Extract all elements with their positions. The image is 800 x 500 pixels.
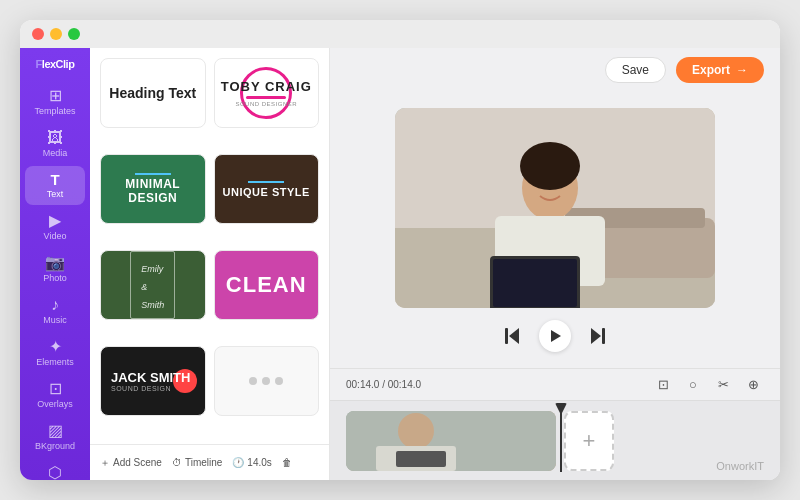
skip-forward-button[interactable] [589, 328, 605, 344]
sidebar-label-text: Text [47, 189, 64, 199]
add-icon: + [583, 428, 596, 454]
text-card-dots[interactable] [214, 346, 320, 416]
emily-border-decoration: Emily&Smith [130, 251, 175, 319]
titlebar [20, 20, 780, 48]
duration-display: 🕐 14.0s [232, 457, 271, 468]
sidebar-label-photo: Photo [43, 273, 67, 283]
sidebar-label-music: Music [43, 315, 67, 325]
text-icon: T [50, 172, 59, 187]
text-card-unique[interactable]: UNIQUE STYLE [214, 154, 320, 224]
templates-icon: ⊞ [49, 88, 62, 104]
music-icon: ♪ [51, 297, 59, 313]
sidebar-item-elements[interactable]: ✦ Elements [25, 333, 85, 373]
elements-icon: ✦ [49, 339, 62, 355]
maximize-dot[interactable] [68, 28, 80, 40]
save-button[interactable]: Save [605, 57, 666, 83]
timeline-button[interactable]: ⏱ Timeline [172, 457, 222, 468]
play-button[interactable] [539, 320, 571, 352]
toby-name: TOBY CRAIG [221, 79, 312, 94]
svg-rect-9 [493, 259, 577, 307]
cut-button[interactable]: ✂ [712, 374, 734, 396]
delete-button[interactable]: 🗑 [282, 457, 292, 468]
timeline: + OnworkIT [330, 400, 780, 480]
text-card-toby[interactable]: TOBY CRAIG SOUND DESIGNER [214, 58, 320, 128]
svg-point-7 [520, 142, 580, 190]
add-scene-button[interactable]: ＋ Add Scene [100, 456, 162, 470]
bottom-toolbar: 00:14.0 / 00:14.0 ⊡ ○ ✂ ⊕ [330, 368, 780, 400]
export-button[interactable]: Export → [676, 57, 764, 83]
text-card-jack[interactable]: JACK SMITH SOUND DESIGN [100, 346, 206, 416]
clean-label: CLEAN [226, 272, 307, 298]
sidebar-label-video: Video [44, 231, 67, 241]
fit-button[interactable]: ⊡ [652, 374, 674, 396]
sidebar-label-templates: Templates [34, 106, 75, 116]
app-window: FlexClip ⊞ Templates 🖼 Media T Text ▶ Vi… [20, 20, 780, 480]
video-thumbnail [395, 108, 715, 308]
video-area [330, 92, 780, 368]
watermark-text: OnworkIT [716, 460, 764, 472]
media-icon: 🖼 [47, 130, 63, 146]
sidebar-item-video[interactable]: ▶ Video [25, 207, 85, 247]
sidebar-item-templates[interactable]: ⊞ Templates [25, 82, 85, 122]
add-scene-label: Add Scene [113, 457, 162, 468]
timeline-playhead [560, 409, 562, 472]
timeline-clip-thumbnail [346, 411, 556, 471]
text-card-minimal[interactable]: MINIMALDESIGN [100, 154, 206, 224]
video-svg [395, 108, 715, 308]
text-card-heading[interactable]: Heading Text [100, 58, 206, 128]
timeline-clip[interactable] [346, 411, 556, 471]
heading-text-label: Heading Text [105, 81, 200, 106]
topbar: Save Export → [330, 48, 780, 92]
svg-rect-14 [602, 328, 605, 344]
toby-line-decoration [246, 96, 286, 99]
minimize-dot[interactable] [50, 28, 62, 40]
svg-marker-15 [591, 328, 601, 344]
timeline-thumbnail-svg [346, 411, 556, 471]
sidebar-label-elements: Elements [36, 357, 74, 367]
watermark-icon: ⬡ [48, 465, 62, 480]
main-area: Save Export → [330, 48, 780, 480]
bkground-icon: ▨ [48, 423, 63, 439]
time-display: 00:14.0 / 00:14.0 [346, 379, 421, 390]
clock-icon: 🕐 [232, 457, 244, 468]
text-card-clean[interactable]: CLEAN [214, 250, 320, 320]
sidebar-item-music[interactable]: ♪ Music [25, 291, 85, 331]
sidebar-item-watermark[interactable]: ⬡ Watermark [25, 459, 85, 480]
zoom-out-button[interactable]: ○ [682, 374, 704, 396]
sidebar-label-media: Media [43, 148, 68, 158]
dot-2 [262, 377, 270, 385]
svg-point-17 [398, 413, 434, 449]
skip-back-button[interactable] [505, 328, 521, 344]
sidebar: FlexClip ⊞ Templates 🖼 Media T Text ▶ Vi… [20, 48, 90, 480]
sidebar-item-photo[interactable]: 📷 Photo [25, 249, 85, 289]
dot-1 [249, 377, 257, 385]
toolbar-right-actions: ⊡ ○ ✂ ⊕ [652, 374, 764, 396]
close-dot[interactable] [32, 28, 44, 40]
minimal-text-label: MINIMALDESIGN [125, 178, 180, 206]
sidebar-item-media[interactable]: 🖼 Media [25, 124, 85, 164]
add-clip-timeline-button[interactable]: + [564, 411, 614, 471]
add-clip-button[interactable]: ⊕ [742, 374, 764, 396]
panel-bottom-bar: ＋ Add Scene ⏱ Timeline 🕐 14.0s 🗑 [90, 444, 329, 480]
svg-marker-13 [551, 330, 561, 342]
text-cards-grid: Heading Text TOBY CRAIG SOUND DESIGNER M… [90, 48, 329, 444]
logo-f: F [36, 58, 42, 70]
app-logo: FlexClip [36, 58, 75, 70]
timeline-label: Timeline [185, 457, 222, 468]
video-controls [505, 320, 605, 352]
video-preview [395, 108, 715, 308]
sidebar-item-text[interactable]: T Text [25, 166, 85, 205]
text-card-emily[interactable]: Emily&Smith [100, 250, 206, 320]
sidebar-label-bkground: BKground [35, 441, 75, 451]
export-arrow-icon: → [736, 63, 748, 77]
time-label: 00:14.0 / 00:14.0 [346, 379, 421, 390]
photo-icon: 📷 [45, 255, 65, 271]
add-scene-icon: ＋ [100, 456, 110, 470]
sidebar-item-bkground[interactable]: ▨ BKground [25, 417, 85, 457]
jack-name-label: JACK SMITH [111, 370, 190, 385]
unique-line-decoration [248, 181, 284, 183]
svg-marker-12 [509, 328, 519, 344]
delete-icon: 🗑 [282, 457, 292, 468]
sidebar-item-overlays[interactable]: ⊡ Overlays [25, 375, 85, 415]
toby-subtitle: SOUND DESIGNER [235, 101, 297, 107]
